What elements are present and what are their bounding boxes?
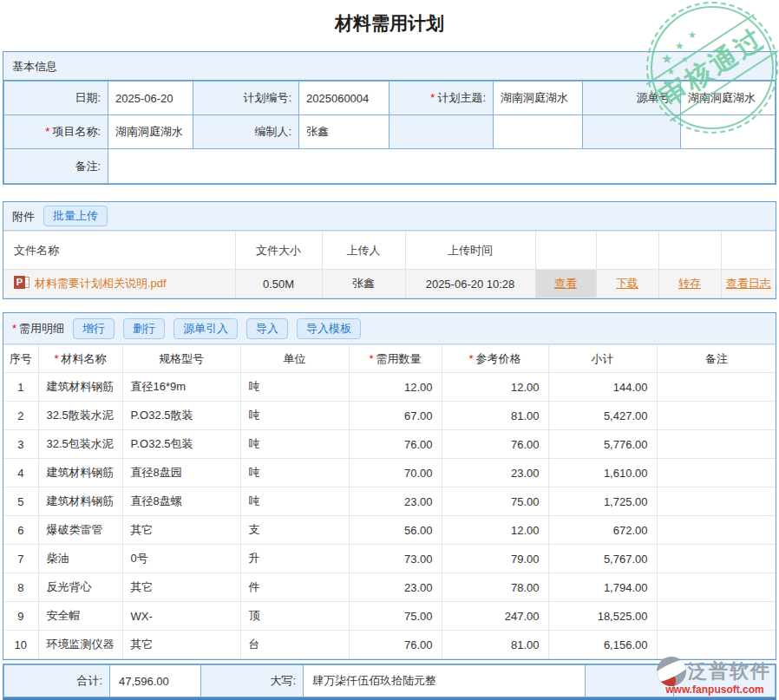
- cell-remark: [657, 631, 776, 659]
- cell-price: 75.00: [442, 487, 548, 516]
- date-value: 2025-06-20: [108, 82, 193, 115]
- download-action-cell: 下载: [596, 270, 658, 298]
- cell-remark: [657, 373, 776, 402]
- required-marker: *: [369, 352, 373, 365]
- upload-time-cell: 2025-06-20 10:28: [405, 270, 535, 298]
- cell-subtotal: 144.00: [548, 373, 657, 402]
- cell-subtotal: 6,156.00: [548, 631, 657, 659]
- remark-value: [108, 149, 776, 184]
- cell-material-name: 环境监测仪器: [38, 631, 122, 659]
- cell-quantity: 70.00: [349, 459, 442, 487]
- cell-unit: 吨: [240, 430, 349, 459]
- cell-quantity: 56.00: [349, 516, 442, 545]
- import-button[interactable]: 导入: [246, 318, 288, 339]
- basic-info-section: 基本信息 日期: 2025-06-20 计划编号: 2025060004 *计划…: [3, 51, 776, 185]
- subject-value: 湖南洞庭湖水: [494, 82, 583, 115]
- cell-material-name: 柴油: [38, 545, 122, 573]
- view-log-link[interactable]: 查看日志: [726, 277, 771, 290]
- download-link[interactable]: 下载: [616, 277, 638, 290]
- required-marker: *: [468, 352, 473, 365]
- details-table: 序号 *材料名称 规格型号 单位 *需用数量 *参考价格 小计 备注 1建筑材料…: [3, 344, 776, 659]
- cell-unit: 吨: [240, 487, 349, 516]
- cell-quantity: 73.00: [349, 545, 442, 573]
- cell-seq: 2: [3, 402, 38, 430]
- attachments-header-row: 文件名称 文件大小 上传人 上传时间: [3, 232, 776, 270]
- add-row-button[interactable]: 增行: [73, 318, 115, 339]
- col-action: [535, 232, 596, 270]
- total-value: 47,596.00: [110, 665, 201, 697]
- col-material-name: *材料名称: [38, 345, 122, 373]
- details-section: *需用明细 增行 删行 源单引入 导入 导入模板 序号 *材料名称 规格型号 单…: [3, 312, 776, 660]
- cell-remark: [657, 402, 776, 430]
- project-value: 湖南洞庭湖水: [108, 115, 193, 149]
- attachments-table: 文件名称 文件大小 上传人 上传时间 P材料需要计划相关说明.pdf 0.50M…: [3, 231, 776, 298]
- col-upload-time: 上传时间: [405, 232, 535, 270]
- cell-spec: 其它: [122, 573, 240, 602]
- total-label: 合计:: [4, 665, 110, 697]
- col-file-size: 文件大小: [235, 232, 322, 270]
- attachment-row: P材料需要计划相关说明.pdf 0.50M 张鑫 2025-06-20 10:2…: [3, 270, 776, 298]
- cell-seq: 10: [3, 631, 38, 659]
- cell-price: 12.00: [442, 516, 548, 545]
- project-label: *项目名称:: [4, 115, 108, 149]
- cell-seq: 3: [3, 430, 38, 459]
- summary-footer: 合计: 47,596.00 大写: 肆万柒仟伍佰玖拾陆元整: [3, 664, 776, 700]
- cell-spec: 直径8盘螺: [122, 487, 240, 516]
- detail-row: 232.5散装水泥P.O32.5散装吨67.0081.005,427.00: [3, 402, 776, 430]
- file-name-link[interactable]: 材料需要计划相关说明.pdf: [35, 277, 167, 290]
- cell-unit: 支: [240, 516, 349, 545]
- cell-seq: 4: [3, 459, 38, 487]
- cell-seq: 8: [3, 573, 38, 602]
- detail-row: 7柴油0号升73.0079.005,767.00: [3, 545, 776, 573]
- cell-unit: 顶: [240, 602, 349, 631]
- cell-subtotal: 18,525.00: [548, 602, 657, 631]
- cell-spec: P.O32.5散装: [122, 402, 240, 430]
- cell-remark: [657, 573, 776, 602]
- col-action: [658, 232, 721, 270]
- source-import-button[interactable]: 源单引入: [173, 318, 238, 339]
- cell-spec: 直径8盘园: [122, 459, 240, 487]
- cell-material-name: 32.5包装水泥: [38, 430, 122, 459]
- cell-seq: 9: [3, 602, 38, 631]
- col-remark: 备注: [657, 345, 776, 373]
- cell-remark: [657, 459, 776, 487]
- col-quantity: *需用数量: [349, 345, 442, 373]
- star-icon: ★: [675, 41, 684, 51]
- cell-unit: 升: [240, 545, 349, 573]
- required-marker: *: [430, 91, 435, 104]
- cell-price: 23.00: [442, 459, 548, 487]
- attachments-header: 附件 批量上传: [3, 202, 776, 231]
- transfer-link[interactable]: 转存: [678, 277, 701, 290]
- col-uploader: 上传人: [322, 232, 405, 270]
- required-marker: *: [54, 352, 58, 365]
- cell-spec: WX-: [122, 602, 240, 631]
- creator-label: 编制人:: [193, 115, 299, 149]
- detail-row: 5建筑材料钢筋直径8盘螺吨23.0075.001,725.00: [3, 487, 776, 516]
- col-file-name: 文件名称: [3, 232, 235, 270]
- cell-material-name: 32.5散装水泥: [38, 402, 122, 430]
- cell-quantity: 67.00: [349, 402, 442, 430]
- required-marker: *: [12, 322, 16, 335]
- cell-seq: 7: [3, 545, 38, 573]
- detail-row: 10环境监测仪器其它台76.0081.006,156.00: [3, 631, 776, 659]
- import-template-button[interactable]: 导入模板: [297, 318, 361, 339]
- cell-spec: 直径16*9m: [122, 373, 240, 402]
- detail-row: 8反光背心其它件23.0078.001,794.00: [3, 573, 776, 602]
- delete-row-button[interactable]: 删行: [123, 318, 165, 339]
- source-no-label: 源单号:: [583, 82, 681, 115]
- detail-table-body: 1建筑材料钢筋直径16*9m吨12.0012.00144.00232.5散装水泥…: [3, 373, 776, 659]
- col-spec: 规格型号: [122, 345, 240, 373]
- cell-remark: [657, 430, 776, 459]
- col-seq: 序号: [3, 345, 38, 373]
- view-link[interactable]: 查看: [554, 277, 577, 290]
- empty-label-cell: [586, 665, 674, 697]
- cell-seq: 5: [3, 487, 38, 516]
- basic-info-row: 日期: 2025-06-20 计划编号: 2025060004 *计划主题: 湖…: [4, 82, 776, 115]
- cell-subtotal: 1,610.00: [548, 459, 657, 487]
- basic-info-section-title: 基本信息: [3, 52, 776, 81]
- cell-price: 81.00: [442, 402, 548, 430]
- batch-upload-button[interactable]: 批量上传: [43, 206, 108, 226]
- cell-subtotal: 5,767.00: [548, 545, 657, 573]
- col-action: [721, 232, 776, 270]
- cell-quantity: 76.00: [349, 430, 442, 459]
